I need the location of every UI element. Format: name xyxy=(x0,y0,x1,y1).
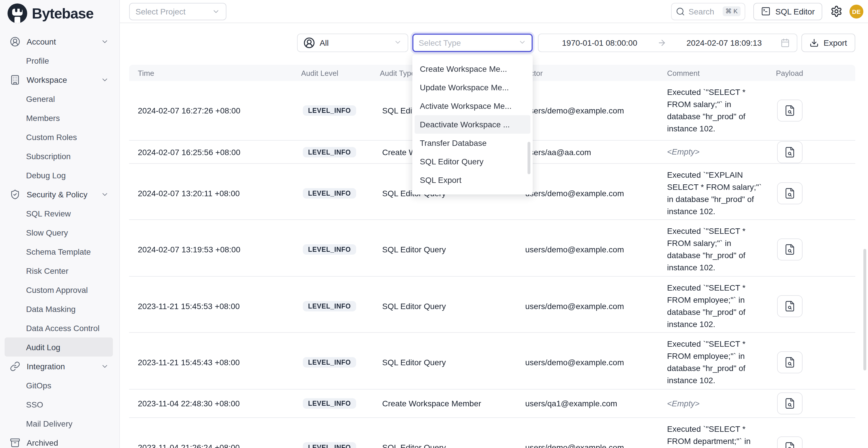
time-cell: 2024-02-07 16:27:26 +08:00 xyxy=(138,106,301,115)
comment-cell: Executed `"EXPLAIN SELECT * FROM salary;… xyxy=(667,164,776,223)
actor-cell: users/demo@example.com xyxy=(525,358,667,367)
time-cell: 2023-11-04 21:26:24 +08:00 xyxy=(138,443,301,448)
bytebase-logo-icon xyxy=(7,3,27,23)
sidebar-label: Data Masking xyxy=(26,304,75,313)
sidebar-item-archived[interactable]: Archived xyxy=(0,433,119,448)
date-from-value: 1970-01-01 08:00:00 xyxy=(546,38,654,47)
sidebar-item-custom-roles[interactable]: Custom Roles xyxy=(0,127,119,147)
menu-item-sql-export[interactable]: SQL Export xyxy=(412,171,533,189)
comment-cell: Executed `"SELECT * FROM employee;"` in … xyxy=(667,277,776,336)
payload-view-button[interactable] xyxy=(777,392,803,414)
sidebar-item-gitops[interactable]: GitOps xyxy=(0,376,119,395)
sidebar-item-audit-log[interactable]: Audit Log xyxy=(5,338,113,357)
type-cell: SQL Editor Query xyxy=(380,358,525,367)
sidebar-label: General xyxy=(26,94,55,103)
brand-name: Bytebase xyxy=(32,5,94,22)
date-range-picker[interactable]: 1970-01-01 08:00:00 2024-02-07 18:09:13 xyxy=(538,34,797,52)
payload-view-button[interactable] xyxy=(777,351,803,373)
col-header-time: Time xyxy=(138,69,301,77)
sidebar-item-risk-center[interactable]: Risk Center xyxy=(0,261,119,280)
payload-view-button[interactable] xyxy=(777,437,803,448)
menu-item-deactivate-workspace-member[interactable]: Deactivate Workspace ... xyxy=(414,115,530,134)
file-search-icon xyxy=(784,300,796,312)
table-row: 2023-11-21 15:45:53 +08:00 LEVEL_INFO SQ… xyxy=(129,277,855,333)
time-cell: 2023-11-04 22:48:30 +08:00 xyxy=(138,399,301,408)
type-cell: SQL Editor Query xyxy=(380,301,525,311)
actor-cell: users/demo@example.com xyxy=(525,443,667,448)
actor-cell: users/demo@example.com xyxy=(525,106,667,115)
sidebar-item-members[interactable]: Members xyxy=(0,108,119,127)
sidebar-label: Subscription xyxy=(26,151,71,161)
file-search-icon xyxy=(784,188,796,199)
sidebar-item-slow-query[interactable]: Slow Query xyxy=(0,223,119,242)
sidebar-label: Mail Delivery xyxy=(26,419,72,428)
sidebar-group-account[interactable]: Account xyxy=(0,32,119,51)
time-cell: 2023-11-21 15:45:43 +08:00 xyxy=(138,358,301,367)
actor-cell: users/demo@example.com xyxy=(525,301,667,311)
file-search-icon xyxy=(784,398,796,409)
type-filter-placeholder: Select Type xyxy=(418,38,461,47)
sidebar-label: SQL Review xyxy=(26,209,71,218)
sidebar-group-workspace[interactable]: Workspace xyxy=(0,70,119,89)
user-circle-icon xyxy=(303,37,315,49)
time-cell: 2023-11-21 15:45:53 +08:00 xyxy=(138,301,301,311)
sidebar-item-data-access-control[interactable]: Data Access Control xyxy=(0,318,119,338)
payload-view-button[interactable] xyxy=(777,238,803,260)
sidebar-item-sso[interactable]: SSO xyxy=(0,395,119,414)
payload-view-button[interactable] xyxy=(777,182,803,204)
sidebar-item-general[interactable]: General xyxy=(0,89,119,108)
user-icon xyxy=(10,36,20,46)
actor-cell: users/qa1@example.com xyxy=(525,399,667,408)
sidebar-label: Members xyxy=(26,113,60,122)
sidebar-label: Integration xyxy=(27,361,65,371)
menu-item-sql-editor-query[interactable]: SQL Editor Query xyxy=(412,152,533,171)
sidebar-item-sql-review[interactable]: SQL Review xyxy=(0,204,119,223)
sidebar-label: Data Access Control xyxy=(26,323,100,332)
link-icon xyxy=(10,361,20,371)
sidebar-label: Slow Query xyxy=(26,228,68,237)
type-cell: SQL Editor Query xyxy=(380,443,525,448)
menu-item-update-workspace-member[interactable]: Update Workspace Me... xyxy=(412,78,533,97)
sidebar-nav: Account Profile Workspace General Member… xyxy=(0,32,119,448)
table-row: 2023-11-04 22:48:30 +08:00 LEVEL_INFO Cr… xyxy=(129,389,855,418)
col-header-comment: Comment xyxy=(667,69,776,77)
type-cell: Create Workspace Member xyxy=(380,399,525,408)
payload-view-button[interactable] xyxy=(777,295,803,317)
sidebar-label: Custom Approval xyxy=(26,285,88,294)
chevron-down-icon xyxy=(518,38,526,48)
export-button[interactable]: Export xyxy=(801,34,855,52)
table-row: 2023-11-21 15:45:43 +08:00 LEVEL_INFO SQ… xyxy=(129,333,855,389)
sidebar-item-custom-approval[interactable]: Custom Approval xyxy=(0,280,119,299)
dropdown-scrollbar-thumb[interactable] xyxy=(528,142,530,174)
bytebase-logo[interactable]: Bytebase xyxy=(7,3,94,23)
comment-cell: Executed `"SELECT * FROM salary;"` in da… xyxy=(667,220,776,279)
col-header-actor: Actor xyxy=(525,69,667,77)
level-badge: LEVEL_INFO xyxy=(303,147,356,157)
sidebar-label: Archived xyxy=(27,438,58,447)
actor-filter-value: All xyxy=(320,38,329,47)
payload-view-button[interactable] xyxy=(777,141,803,163)
actor-filter-select[interactable]: All xyxy=(297,34,408,52)
sidebar-group-integration[interactable]: Integration xyxy=(0,357,119,376)
chevron-down-icon xyxy=(101,190,109,198)
file-search-icon xyxy=(784,357,796,368)
chevron-down-icon xyxy=(101,37,109,45)
sidebar-item-subscription[interactable]: Subscription xyxy=(0,147,119,165)
menu-item-create-workspace-member[interactable]: Create Workspace Me... xyxy=(412,60,533,78)
sidebar-item-data-masking[interactable]: Data Masking xyxy=(0,299,119,318)
comment-cell: <Empty> xyxy=(667,392,776,415)
window-scrollbar-thumb[interactable] xyxy=(863,249,866,371)
sidebar-item-profile[interactable]: Profile xyxy=(0,51,119,70)
building-icon xyxy=(10,74,20,85)
sidebar-group-security-policy[interactable]: Security & Policy xyxy=(0,185,119,204)
sidebar-label: GitOps xyxy=(26,381,51,390)
sidebar-item-debug-log[interactable]: Debug Log xyxy=(0,165,119,185)
sidebar-item-mail-delivery[interactable]: Mail Delivery xyxy=(0,414,119,433)
menu-item-activate-workspace-member[interactable]: Activate Workspace Me... xyxy=(412,97,533,115)
menu-item-transfer-database[interactable]: Transfer Database xyxy=(412,134,533,152)
chevron-down-icon xyxy=(101,75,109,84)
type-filter-select[interactable]: Select Type xyxy=(412,34,533,52)
sidebar-item-schema-template[interactable]: Schema Template xyxy=(0,242,119,261)
payload-view-button[interactable] xyxy=(777,100,803,122)
time-cell: 2024-02-07 13:19:53 +08:00 xyxy=(138,245,301,254)
